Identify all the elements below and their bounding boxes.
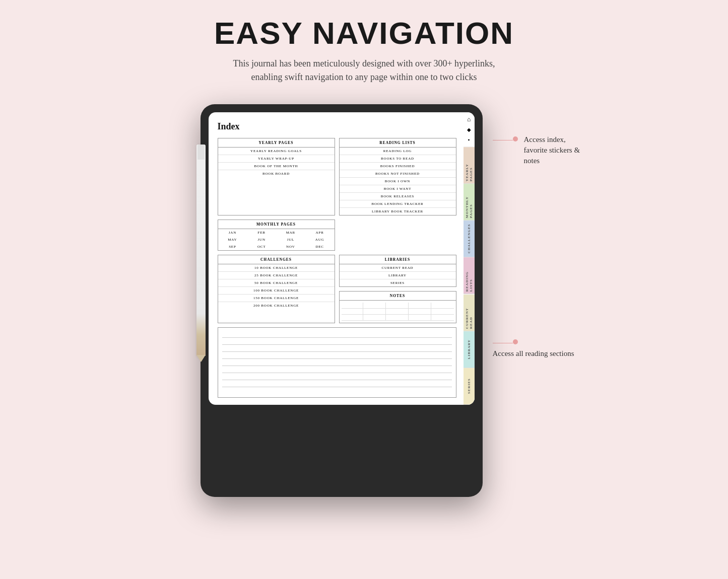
annotation-bottom: Access all reading sections: [493, 337, 583, 359]
annotation-dot-bottom: [513, 339, 518, 344]
right-column: LIBRARIES CURRENT READ LIBRARY SERIES NO…: [339, 255, 456, 323]
tab-reading-lists[interactable]: READING LISTS: [464, 257, 475, 294]
libraries-header: LIBRARIES: [340, 255, 456, 264]
page-subtitle: This journal has been meticulously desig…: [233, 57, 495, 84]
book-i-own-item[interactable]: BOOK I OWN: [340, 178, 456, 185]
notes-cell: [410, 315, 431, 320]
notes-cell: [410, 309, 431, 314]
tab-icon-area: ⌂ ◆ ▪: [464, 112, 475, 147]
index-grid: YEARLY PAGES YEARLY READING GOALS YEARLY…: [218, 138, 456, 323]
tab-series[interactable]: SERIES: [464, 368, 475, 405]
notes-header: NOTES: [340, 292, 456, 301]
tablet-device: Index YEARLY PAGES YEARLY READING GOALS …: [201, 104, 483, 497]
line-row: [222, 380, 452, 387]
current-read-item[interactable]: CURRENT READ: [340, 264, 456, 272]
reading-log-item[interactable]: READING LOG: [340, 148, 456, 155]
month-apr[interactable]: APR: [305, 229, 335, 236]
books-not-finished-item[interactable]: BOOKS NOT FINISHED: [340, 170, 456, 178]
home-icon[interactable]: ⌂: [465, 115, 473, 123]
challenge-25-item[interactable]: 25 BOOK CHALLENGE: [218, 272, 335, 279]
challenge-150-item[interactable]: 150 BOOK CHALLENGE: [218, 295, 335, 302]
line-row: [222, 373, 452, 380]
challenge-200-item[interactable]: 200 BOOK CHALLENGE: [218, 302, 335, 309]
line-row: [222, 338, 452, 345]
tablet-main-content: Index YEARLY PAGES YEARLY READING GOALS …: [209, 112, 464, 405]
book-releases-item[interactable]: BOOK RELEASES: [340, 193, 456, 200]
series-item[interactable]: SERIES: [340, 279, 456, 286]
month-feb[interactable]: FEB: [247, 229, 276, 236]
month-aug[interactable]: AUG: [305, 236, 335, 243]
notes-line: [342, 303, 454, 309]
annotation-top-text: Access index, favorite stickers & notes: [524, 134, 583, 166]
bookmark-icon[interactable]: ◆: [465, 125, 473, 133]
note-icon[interactable]: ▪: [465, 135, 473, 143]
notes-cell: [387, 309, 409, 314]
side-tabs: ⌂ ◆ ▪ YEARLY PAGES MONTHLY PAGES CHALLEN…: [464, 112, 475, 405]
pencil: [196, 144, 206, 356]
line-row: [222, 366, 452, 373]
challenge-100-item[interactable]: 100 BOOK CHALLENGE: [218, 287, 335, 295]
tab-monthly-pages[interactable]: MONTHLY PAGES: [464, 184, 475, 221]
book-lending-tracker-item[interactable]: BOOK LENDING TRACKER: [340, 200, 456, 208]
notes-cell: [364, 303, 386, 308]
annotation-bottom-text: Access all reading sections: [493, 348, 574, 359]
pencil-decoration: [145, 104, 206, 356]
challenge-50-item[interactable]: 50 BOOK CHALLENGE: [218, 279, 335, 287]
month-jan[interactable]: JAN: [218, 229, 247, 236]
library-book-tracker-item[interactable]: LIBRARY BOOK TRACKER: [340, 208, 456, 215]
page-title: EASY NAVIGATION: [214, 15, 514, 51]
annotation-line-bottom: [493, 343, 513, 343]
tablet-screen: Index YEARLY PAGES YEARLY READING GOALS …: [209, 112, 475, 405]
reading-lists-header: READING LISTS: [340, 138, 456, 148]
line-row: [222, 352, 452, 359]
notes-lines-area: [340, 301, 456, 323]
line-row: [222, 345, 452, 352]
challenges-box: CHALLENGES 10 BOOK CHALLENGE 25 BOOK CHA…: [218, 255, 335, 323]
reading-lists-box: READING LISTS READING LOG BOOKS TO READ …: [339, 138, 456, 215]
main-content-area: Index YEARLY PAGES YEARLY READING GOALS …: [0, 104, 728, 497]
books-to-read-item[interactable]: BOOKS TO READ: [340, 155, 456, 163]
monthly-pages-header: MONTHLY PAGES: [218, 220, 335, 229]
book-of-month-item[interactable]: BOOK OF THE MONTH: [218, 163, 335, 170]
bottom-lined-area: [218, 327, 456, 398]
yearly-pages-box: YEARLY PAGES YEARLY READING GOALS YEARLY…: [218, 138, 335, 215]
notes-cell: [364, 309, 386, 314]
month-oct[interactable]: OCT: [247, 243, 276, 250]
tab-current-read[interactable]: CURRENT READ: [464, 295, 475, 331]
library-item[interactable]: LIBRARY: [340, 272, 456, 279]
book-board-item[interactable]: BOOK BOARD: [218, 170, 335, 177]
month-jun[interactable]: JUN: [247, 236, 276, 243]
month-may[interactable]: MAY: [218, 236, 247, 243]
notes-box: NOTES: [339, 291, 456, 323]
notes-cell: [410, 303, 431, 308]
month-dec[interactable]: DEC: [305, 243, 335, 250]
notes-cell: [342, 303, 363, 308]
challenge-10-item[interactable]: 10 BOOK CHALLENGE: [218, 264, 335, 272]
tab-sections: YEARLY PAGES MONTHLY PAGES CHALLENGES RE…: [464, 147, 475, 405]
challenges-header: CHALLENGES: [218, 255, 335, 264]
books-finished-item[interactable]: BOOKS FINISHED: [340, 163, 456, 170]
tab-challenges[interactable]: CHALLENGES: [464, 221, 475, 257]
month-jul[interactable]: JUL: [276, 236, 305, 243]
line-row: [222, 331, 452, 338]
month-nov[interactable]: NOV: [276, 243, 305, 250]
tab-library[interactable]: LIBRARY: [464, 331, 475, 368]
notes-line: [342, 315, 454, 321]
notes-cell: [387, 303, 409, 308]
notes-cell: [432, 303, 453, 308]
month-mar[interactable]: MAR: [276, 229, 305, 236]
yearly-wrap-up-item[interactable]: YEARLY WRAP-UP: [218, 155, 335, 163]
month-sep[interactable]: SEP: [218, 243, 247, 250]
monthly-pages-box: MONTHLY PAGES JAN FEB MAR APR MAY JUN JU…: [218, 220, 335, 251]
annotation-line-top: [493, 140, 513, 140]
monthly-grid: JAN FEB MAR APR MAY JUN JUL AUG SEP OCT …: [218, 229, 335, 250]
book-i-want-item[interactable]: BOOK I WANT: [340, 185, 456, 193]
notes-cell: [342, 315, 363, 320]
notes-cell: [432, 315, 453, 320]
line-row: [222, 359, 452, 366]
notes-cell: [387, 315, 409, 320]
index-title: Index: [218, 121, 456, 132]
notes-cell: [342, 309, 363, 314]
tab-yearly-pages[interactable]: YEARLY PAGES: [464, 147, 475, 184]
yearly-reading-goals-item[interactable]: YEARLY READING GOALS: [218, 148, 335, 155]
